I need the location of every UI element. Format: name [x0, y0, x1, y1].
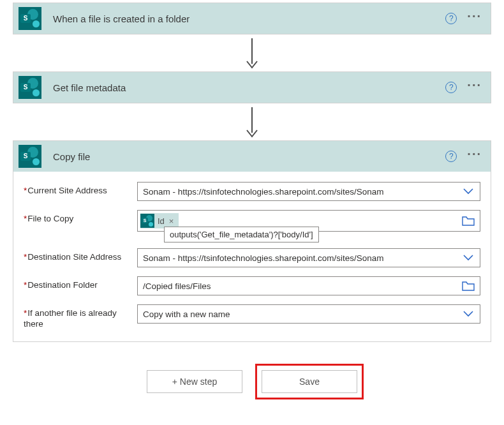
- label-current-site: *Current Site Address: [24, 182, 137, 197]
- row-dest-folder: *Destination Folder /Copied files/Files: [24, 276, 480, 295]
- row-if-exists: *If another file is already there Copy w…: [24, 304, 480, 330]
- connector-arrow: [3, 34, 501, 71]
- step-card-copy-file: S Copy file ? ··· *Current Site Address …: [13, 140, 491, 342]
- footer-actions: + New step Save: [3, 370, 501, 393]
- dest-folder-input[interactable]: /Copied files/Files: [137, 276, 480, 295]
- more-menu-icon[interactable]: ···: [466, 82, 485, 93]
- help-icon[interactable]: ?: [445, 82, 457, 93]
- row-current-site: *Current Site Address Sonam - https://ts…: [24, 182, 480, 201]
- step-title: When a file is created in a folder: [41, 13, 445, 24]
- label-file-to-copy: *File to Copy: [24, 210, 137, 225]
- chevron-down-icon[interactable]: [457, 183, 480, 200]
- current-site-select[interactable]: Sonam - https://tsinfotechnologies.share…: [137, 182, 480, 201]
- help-icon[interactable]: ?: [445, 151, 457, 162]
- step-card-get-metadata: S Get file metadata ? ···: [13, 71, 491, 103]
- sharepoint-icon: S: [140, 214, 154, 228]
- connector-arrow: [3, 103, 501, 140]
- dest-folder-value: /Copied files/Files: [143, 281, 457, 291]
- step-header-copy-file[interactable]: S Copy file ? ···: [13, 141, 491, 172]
- row-dest-site: *Destination Site Address Sonam - https:…: [24, 248, 480, 267]
- folder-picker-icon[interactable]: [457, 277, 480, 295]
- label-dest-site: *Destination Site Address: [24, 248, 137, 263]
- new-step-button[interactable]: + New step: [147, 370, 242, 393]
- save-button[interactable]: Save: [262, 370, 357, 393]
- if-exists-value: Copy with a new name: [143, 309, 457, 319]
- help-icon[interactable]: ?: [445, 13, 457, 24]
- chevron-down-icon[interactable]: [457, 249, 480, 267]
- folder-picker-icon[interactable]: [457, 212, 480, 230]
- if-exists-select[interactable]: Copy with a new name: [137, 304, 480, 324]
- step-body-copy-file: *Current Site Address Sonam - https://ts…: [13, 172, 491, 341]
- more-menu-icon[interactable]: ···: [466, 151, 485, 162]
- dest-site-select[interactable]: Sonam - https://tsinfotechnologies.share…: [137, 248, 480, 267]
- step-title: Copy file: [41, 151, 445, 162]
- step-header-get-metadata[interactable]: S Get file metadata ? ···: [13, 72, 491, 103]
- sharepoint-icon: S: [19, 145, 41, 168]
- step-header-trigger[interactable]: S When a file is created in a folder ? ·…: [13, 3, 491, 34]
- row-file-to-copy: *File to Copy S Id × outputs('Get_file_m…: [24, 210, 480, 232]
- current-site-value: Sonam - https://tsinfotechnologies.share…: [143, 187, 457, 197]
- label-dest-folder: *Destination Folder: [24, 276, 137, 291]
- more-menu-icon[interactable]: ···: [466, 13, 485, 24]
- step-card-trigger: S When a file is created in a folder ? ·…: [13, 3, 491, 34]
- sharepoint-icon: S: [19, 7, 41, 30]
- token-remove-icon[interactable]: ×: [168, 216, 175, 226]
- step-title: Get file metadata: [41, 82, 445, 93]
- token-label: Id: [158, 216, 165, 226]
- token-tooltip: outputs('Get_file_metadata')?['body/Id']: [164, 227, 319, 242]
- dest-site-value: Sonam - https://tsinfotechnologies.share…: [143, 253, 457, 263]
- sharepoint-icon: S: [19, 76, 41, 99]
- chevron-down-icon[interactable]: [457, 305, 480, 323]
- label-if-exists: *If another file is already there: [24, 304, 137, 330]
